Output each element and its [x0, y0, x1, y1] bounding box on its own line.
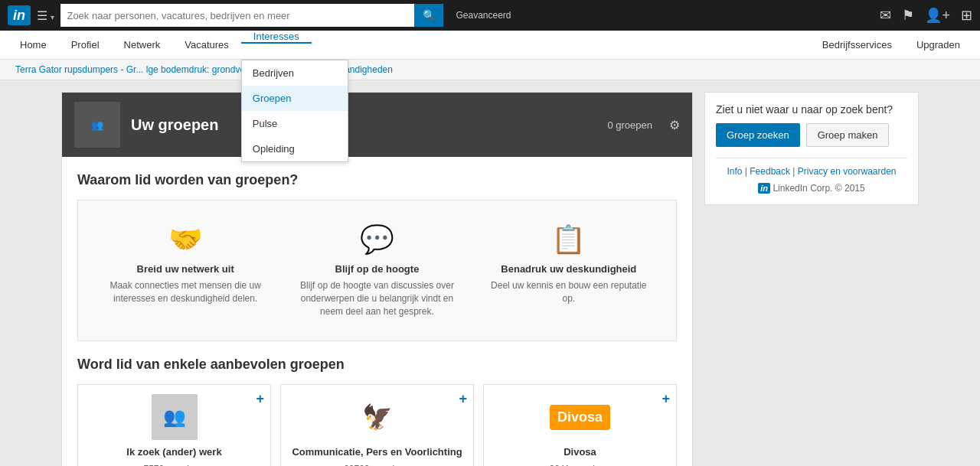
- group-img-communicatie: 🦅: [354, 394, 400, 440]
- breadcrumb-bar: Terra Gator rupsdumpers - Gr... lge bode…: [0, 60, 980, 80]
- groups-avatar: 👥: [74, 102, 120, 148]
- nav-upgraden[interactable]: Upgraden: [904, 31, 972, 59]
- feedback-link[interactable]: Feedback: [750, 166, 790, 177]
- linkedin-logo[interactable]: in: [8, 5, 31, 25]
- group-add-communicatie[interactable]: +: [459, 391, 467, 407]
- why-join-section: Waarom lid worden van groepen? 🤝 Breid u…: [62, 157, 692, 357]
- feature-expertise-title: Benadruk uw deskundigheid: [485, 263, 653, 275]
- feature-news-title: Blijf op de hoogte: [292, 263, 461, 275]
- privacy-link[interactable]: Privacy en voorwaarden: [798, 166, 897, 177]
- groups-title: Uw groepen: [131, 116, 596, 134]
- feature-network-icon: 🤝: [101, 223, 270, 256]
- features-row: 🤝 Breid uw netwerk uit Maak connecties m…: [77, 200, 677, 341]
- group-img-werk: 👥: [152, 394, 198, 440]
- profile-menu-icon[interactable]: ⊞: [961, 7, 972, 24]
- advanced-search-link[interactable]: Geavanceerd: [456, 10, 511, 21]
- groups-count: 0 groepen: [607, 119, 652, 131]
- sidebar-links: Info | Feedback | Privacy en voorwaarden: [716, 166, 907, 177]
- comm-icon: 🦅: [362, 402, 393, 432]
- sidebar: Ziet u niet waar u naar op zoek bent? Gr…: [704, 92, 919, 466]
- nav-profiel[interactable]: Profiel: [59, 31, 112, 59]
- linkedin-logo-text: in: [13, 8, 25, 24]
- hamburger-icon: ☰: [37, 9, 47, 22]
- group-card-communicatie: + 🦅 Communicatie, Pers en Voorlichting 2…: [280, 384, 474, 466]
- hamburger-button[interactable]: ☰ ▾: [37, 8, 54, 23]
- main-content: 👥 Uw groepen 0 groepen ⚙ Waarom lid word…: [61, 92, 693, 466]
- groep-zoeken-button[interactable]: Groep zoeken: [716, 123, 800, 147]
- nav-vacatures[interactable]: Vacatures: [172, 31, 241, 59]
- settings-icon[interactable]: ⚙: [669, 118, 680, 132]
- groups-header: 👥 Uw groepen 0 groepen ⚙: [62, 93, 692, 157]
- hamburger-arrow: ▾: [51, 13, 54, 21]
- groep-maken-button[interactable]: Groep maken: [806, 123, 890, 147]
- group-card-divosa: + Divosa Divosa 3841 members: [483, 384, 677, 466]
- nav-netwerk[interactable]: Netwerk: [112, 31, 173, 59]
- nav-interesses-wrapper: Interesses Bedrijven Groepen Pulse Oplei…: [241, 31, 312, 59]
- feature-expertise: 📋 Benadruk uw deskundigheid Deel uw kenn…: [477, 216, 661, 325]
- group-card-werk: + 👥 Ik zoek (ander) werk 7570 members: [77, 384, 271, 466]
- add-connections-icon[interactable]: 👤+: [925, 7, 950, 24]
- group-add-werk[interactable]: +: [256, 391, 264, 407]
- dropdown-pulse[interactable]: Pulse: [242, 111, 348, 136]
- messages-icon[interactable]: ✉: [880, 7, 891, 24]
- feature-network-desc: Maak connecties met mensen die uw intere…: [101, 279, 270, 305]
- feature-news-icon: 💬: [292, 223, 461, 256]
- feature-expertise-icon: 📋: [485, 223, 653, 256]
- search-container: 🔍: [60, 4, 443, 27]
- linkedin-footer-logo: in: [758, 183, 770, 194]
- groups-cards-row: + 👥 Ik zoek (ander) werk 7570 members + …: [77, 384, 677, 466]
- group-name-communicatie: Communicatie, Pers en Voorlichting: [290, 446, 464, 458]
- group-name-divosa: Divosa: [493, 446, 667, 458]
- search-icon: 🔍: [423, 9, 436, 21]
- sidebar-logo-row: in LinkedIn Corp. © 2015: [716, 183, 907, 194]
- feature-network-title: Breid uw netwerk uit: [101, 263, 270, 275]
- info-link[interactable]: Info: [727, 166, 742, 177]
- feature-network: 🤝 Breid uw netwerk uit Maak connecties m…: [93, 216, 277, 325]
- search-input[interactable]: [60, 4, 414, 27]
- nav-home[interactable]: Home: [8, 31, 59, 59]
- interesses-dropdown: Bedrijven Groepen Pulse Opleiding: [241, 60, 348, 162]
- feature-news-desc: Blijf op de hoogte van discussies over o…: [292, 279, 461, 318]
- feature-news: 💬 Blijf op de hoogte Blijf op de hoogte …: [285, 216, 469, 325]
- why-join-title: Waarom lid worden van groepen?: [77, 172, 677, 188]
- dropdown-groepen[interactable]: Groepen: [242, 86, 348, 111]
- dropdown-bedrijven[interactable]: Bedrijven: [242, 60, 348, 86]
- main-layout: 👥 Uw groepen 0 groepen ⚙ Waarom lid word…: [54, 80, 926, 466]
- recommended-title: Word lid van enkele aanbevolen groepen: [77, 357, 677, 373]
- feature-expertise-desc: Deel uw kennis en bouw een reputatie op.: [485, 279, 653, 305]
- group-name-werk: Ik zoek (ander) werk: [87, 446, 261, 458]
- sidebar-divider: [716, 158, 907, 158]
- sidebar-card: Ziet u niet waar u naar op zoek bent? Gr…: [704, 92, 919, 205]
- topbar-right: ✉ ⚑ 👤+ ⊞: [880, 7, 972, 24]
- copyright-text: LinkedIn Corp. © 2015: [773, 183, 864, 194]
- divosa-logo: Divosa: [550, 405, 610, 430]
- nav-bedrijfsservices[interactable]: Bedrijfsservices: [810, 31, 904, 59]
- search-button[interactable]: 🔍: [414, 4, 443, 27]
- sidebar-buttons: Groep zoeken Groep maken: [716, 123, 907, 147]
- navbar: Home Profiel Netwerk Vacatures Interesse…: [0, 31, 980, 60]
- groups-avatar-icon: 👥: [91, 119, 103, 131]
- group-add-divosa[interactable]: +: [662, 391, 670, 407]
- nav-interesses[interactable]: Interesses: [241, 31, 312, 44]
- notifications-icon[interactable]: ⚑: [902, 7, 914, 24]
- recommended-section: Word lid van enkele aanbevolen groepen +…: [62, 357, 692, 466]
- group-img-divosa: Divosa: [557, 394, 603, 440]
- sidebar-question: Ziet u niet waar u naar op zoek bent?: [716, 103, 907, 116]
- dropdown-opleiding[interactable]: Opleiding: [242, 136, 348, 161]
- topbar: in ☰ ▾ 🔍 Geavanceerd ✉ ⚑ 👤+ ⊞: [0, 0, 980, 31]
